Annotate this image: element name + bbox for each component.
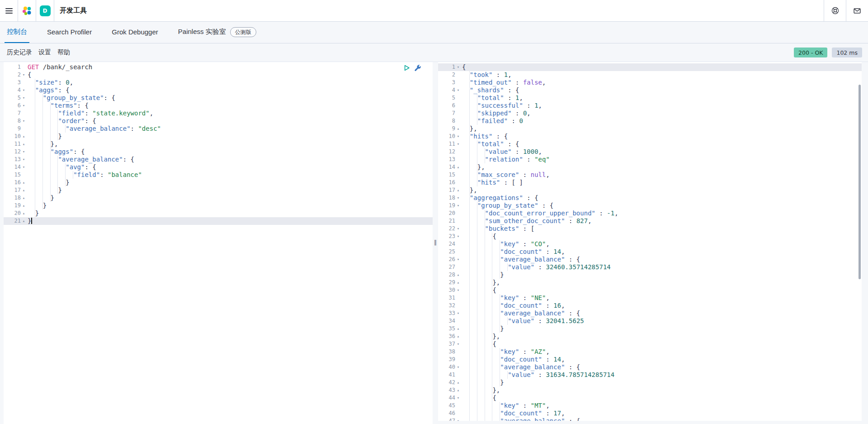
code-line[interactable]: 7 "field": "state.keyword",: [4, 110, 433, 117]
code-line[interactable]: 5 "total" : 1,: [438, 94, 862, 102]
fold-toggle-icon[interactable]: ▾: [455, 417, 461, 421]
code-line[interactable]: 8 "failed" : 0: [438, 117, 862, 125]
fold-toggle-icon[interactable]: ▴: [21, 194, 27, 202]
code-line[interactable]: 8▾ "order": {: [4, 117, 433, 125]
fold-toggle-icon[interactable]: ▴: [455, 186, 461, 194]
code-line[interactable]: 22▾ "buckets" : [: [438, 225, 862, 233]
fold-toggle-icon[interactable]: ▴: [455, 325, 461, 333]
code-line[interactable]: 37▾ {: [438, 340, 862, 348]
code-line[interactable]: 29▴ },: [438, 279, 862, 286]
fold-toggle-icon[interactable]: ▾: [21, 156, 27, 163]
fold-toggle-icon[interactable]: ▴: [21, 179, 27, 186]
pane-resizer-handle[interactable]: ‖: [433, 239, 438, 246]
fold-toggle-icon[interactable]: ▾: [455, 86, 461, 94]
fold-toggle-icon[interactable]: ▾: [455, 133, 461, 140]
code-line[interactable]: 3 "timed_out" : false,: [438, 79, 862, 86]
code-line[interactable]: 13▾ "average_balance": {: [4, 156, 433, 163]
fold-toggle-icon[interactable]: ▾: [455, 394, 461, 402]
fold-toggle-icon[interactable]: ▾: [455, 340, 461, 348]
fold-toggle-icon[interactable]: ▴: [21, 186, 27, 194]
tab-console[interactable]: 控制台: [5, 22, 29, 43]
fold-toggle-icon[interactable]: ▾: [455, 194, 461, 202]
code-line[interactable]: 45 "key" : "MT",: [438, 402, 862, 410]
newsfeed-button[interactable]: [846, 0, 868, 21]
fold-toggle-icon[interactable]: ▾: [455, 363, 461, 371]
code-line[interactable]: 21▴}: [4, 217, 433, 225]
fold-toggle-icon[interactable]: ▴: [455, 379, 461, 386]
code-line[interactable]: 14▴ },: [438, 163, 862, 171]
code-line[interactable]: 1▾{: [438, 63, 862, 71]
code-line[interactable]: 17▴ },: [438, 186, 862, 194]
code-line[interactable]: 41 "value" : 31634.785714285714: [438, 371, 862, 379]
space-switcher[interactable]: D: [36, 0, 54, 21]
code-line[interactable]: 4▾ "aggs": {: [4, 86, 433, 94]
fold-toggle-icon[interactable]: ▴: [21, 202, 27, 210]
code-line[interactable]: 6▾ "terms": {: [4, 102, 433, 110]
code-line[interactable]: 20 "doc_count_error_upper_bound" : -1,: [438, 210, 862, 217]
code-line[interactable]: 19▴ }: [4, 202, 433, 210]
response-viewer[interactable]: 1▾{2 "took" : 1,3 "timed_out" : false,4▾…: [438, 62, 862, 421]
code-line[interactable]: 24 "key" : "CO",: [438, 240, 862, 248]
code-line[interactable]: 14▾ "avg": {: [4, 163, 433, 171]
fold-toggle-icon[interactable]: ▾: [21, 94, 27, 102]
code-line[interactable]: 10▴ }: [4, 133, 433, 140]
fold-toggle-icon[interactable]: ▴: [455, 163, 461, 171]
code-line[interactable]: 23▾ {: [438, 233, 862, 240]
fold-toggle-icon[interactable]: ▴: [455, 125, 461, 133]
code-line[interactable]: 9▴ },: [438, 125, 862, 133]
code-line[interactable]: 3 "size": 0,: [4, 79, 433, 86]
code-line[interactable]: 21 "sum_other_doc_count" : 827,: [438, 217, 862, 225]
fold-toggle-icon[interactable]: ▾: [21, 163, 27, 171]
fold-toggle-icon[interactable]: ▾: [21, 102, 27, 110]
tab-search-profiler[interactable]: Search Profiler: [45, 22, 94, 43]
fold-toggle-icon[interactable]: ▾: [455, 202, 461, 210]
fold-toggle-icon[interactable]: ▾: [455, 256, 461, 263]
fold-toggle-icon[interactable]: ▾: [21, 148, 27, 156]
code-line[interactable]: 12 "value" : 1000,: [438, 148, 862, 156]
code-line[interactable]: 15 "max_score" : null,: [438, 171, 862, 179]
code-line[interactable]: 17▴ }: [4, 186, 433, 194]
code-line[interactable]: 2▾{: [4, 71, 433, 79]
fold-toggle-icon[interactable]: ▾: [21, 71, 27, 79]
fold-toggle-icon[interactable]: ▾: [21, 86, 27, 94]
code-line[interactable]: 44▾ {: [438, 394, 862, 402]
code-line[interactable]: 15 "field": "balance": [4, 171, 433, 179]
fold-toggle-icon[interactable]: ▴: [21, 133, 27, 140]
fold-toggle-icon[interactable]: ▴: [21, 210, 27, 217]
code-line[interactable]: 9 "average_balance": "desc": [4, 125, 433, 133]
code-line[interactable]: 39 "doc_count" : 14,: [438, 356, 862, 363]
code-line[interactable]: 13 "relation" : "eq": [438, 156, 862, 163]
code-line[interactable]: 10▾ "hits" : {: [438, 133, 862, 140]
code-line[interactable]: 36▴ },: [438, 333, 862, 340]
fold-toggle-icon[interactable]: ▾: [21, 117, 27, 125]
elastic-logo[interactable]: [18, 0, 36, 21]
code-line[interactable]: 46 "doc_count" : 17,: [438, 410, 862, 417]
fold-toggle-icon[interactable]: ▴: [455, 271, 461, 279]
code-line[interactable]: 5▾ "group_by_state": {: [4, 94, 433, 102]
code-line[interactable]: 6 "successful" : 1,: [438, 102, 862, 110]
code-line[interactable]: 25 "doc_count" : 14,: [438, 248, 862, 256]
code-line[interactable]: 38 "key" : "AZ",: [438, 348, 862, 356]
tab-grok-debugger[interactable]: Grok Debugger: [109, 22, 160, 43]
code-line[interactable]: 12▾ "aggs": {: [4, 148, 433, 156]
code-line[interactable]: 18▾ "aggregations" : {: [438, 194, 862, 202]
code-line[interactable]: 19▾ "group_by_state" : {: [438, 202, 862, 210]
fold-toggle-icon[interactable]: ▴: [21, 217, 27, 225]
fold-toggle-icon[interactable]: ▴: [455, 279, 461, 286]
help-button[interactable]: [824, 0, 846, 21]
code-line[interactable]: 11▾ "total" : {: [438, 140, 862, 148]
help-menu-button[interactable]: 帮助: [57, 48, 70, 57]
fold-toggle-icon[interactable]: ▾: [455, 63, 461, 71]
code-line[interactable]: 43▴ },: [438, 386, 862, 394]
settings-button[interactable]: 设置: [38, 48, 51, 57]
code-line[interactable]: 32 "doc_count" : 16,: [438, 302, 862, 310]
menu-button[interactable]: [0, 0, 18, 21]
code-line[interactable]: 7 "skipped" : 0,: [438, 110, 862, 117]
history-button[interactable]: 历史记录: [7, 48, 32, 57]
code-line[interactable]: 33▾ "average_balance" : {: [438, 310, 862, 317]
code-line[interactable]: 11▴ },: [4, 140, 433, 148]
fold-toggle-icon[interactable]: ▴: [455, 386, 461, 394]
code-line[interactable]: 16▴ }: [4, 179, 433, 186]
code-line[interactable]: 42▴ }: [438, 379, 862, 386]
code-line[interactable]: 2 "took" : 1,: [438, 71, 862, 79]
